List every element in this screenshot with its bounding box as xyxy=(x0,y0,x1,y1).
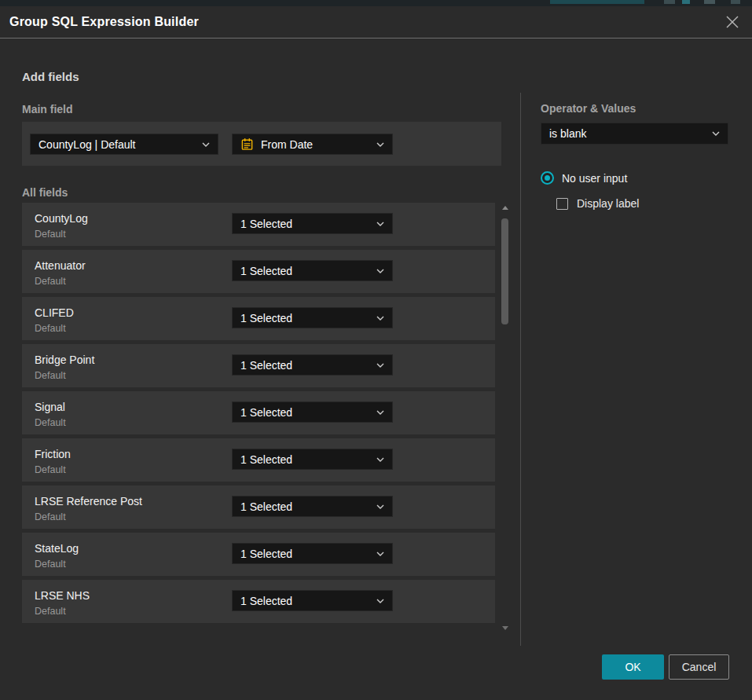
chevron-down-icon xyxy=(376,504,384,509)
chevron-down-icon xyxy=(202,142,210,147)
main-field-label: Main field xyxy=(22,103,73,115)
field-selection-select[interactable]: 1 Selected xyxy=(232,354,393,376)
field-row-lrse-reference-post[interactable]: LRSE Reference Post Default 1 Selected xyxy=(22,486,495,529)
chevron-down-icon xyxy=(376,222,384,226)
background-app-fragment xyxy=(731,0,740,4)
operator-values-heading: Operator & Values xyxy=(541,102,636,115)
field-row-clifed[interactable]: CLIFED Default 1 Selected xyxy=(22,297,495,340)
chevron-down-icon xyxy=(376,410,384,415)
field-subtitle: Default xyxy=(35,229,66,240)
chevron-down-icon xyxy=(712,131,720,136)
field-selection-value: 1 Selected xyxy=(240,595,372,607)
field-selection-select[interactable]: 1 Selected xyxy=(232,401,393,423)
field-selection-select[interactable]: 1 Selected xyxy=(232,213,393,234)
field-selection-select[interactable]: 1 Selected xyxy=(232,543,393,564)
field-name: Signal xyxy=(35,401,65,413)
field-subtitle: Default xyxy=(35,511,66,522)
field-selection-select[interactable]: 1 Selected xyxy=(232,496,393,517)
all-fields-label: All fields xyxy=(22,186,68,199)
field-row-bridge-point[interactable]: Bridge Point Default 1 Selected xyxy=(22,344,495,387)
dialog-title: Group SQL Expression Builder xyxy=(9,15,199,29)
chevron-down-icon xyxy=(376,457,384,462)
background-app-fragment xyxy=(550,0,644,4)
field-subtitle: Default xyxy=(35,370,66,381)
add-fields-heading: Add fields xyxy=(22,70,79,83)
field-row-statelog[interactable]: StateLog Default 1 Selected xyxy=(22,533,495,576)
no-user-input-label: No user input xyxy=(562,172,627,185)
radio-selected-icon xyxy=(541,171,554,185)
field-selection-select[interactable]: 1 Selected xyxy=(232,590,393,611)
field-selection-value: 1 Selected xyxy=(240,265,372,277)
field-name: Friction xyxy=(35,448,71,460)
chevron-down-icon xyxy=(376,142,384,147)
cancel-button[interactable]: Cancel xyxy=(669,654,729,680)
operator-select[interactable]: is blank xyxy=(541,123,728,145)
background-app-fragment xyxy=(664,0,675,4)
field-name: LRSE Reference Post xyxy=(35,495,142,508)
background-app-fragment xyxy=(704,0,715,4)
panel-divider xyxy=(520,93,521,646)
chevron-down-icon xyxy=(376,269,384,273)
field-name: StateLog xyxy=(35,542,79,555)
main-field-field-select[interactable]: From Date xyxy=(232,134,393,155)
checkbox-unchecked-icon xyxy=(556,198,568,210)
field-row-friction[interactable]: Friction Default 1 Selected xyxy=(22,438,495,482)
field-name: Attenuator xyxy=(35,259,86,272)
screen: Group SQL Expression Builder Add fields … xyxy=(0,0,752,700)
scrollbar-thumb[interactable] xyxy=(501,218,508,324)
main-field-panel: CountyLog | Default From Date xyxy=(22,122,501,166)
field-row-attenuator[interactable]: Attenuator Default 1 Selected xyxy=(22,250,495,293)
field-name: Bridge Point xyxy=(35,354,94,366)
field-selection-select[interactable]: 1 Selected xyxy=(232,307,393,328)
field-selection-value: 1 Selected xyxy=(240,453,372,466)
calendar-icon xyxy=(240,137,254,151)
field-row-countylog[interactable]: CountyLog Default 1 Selected xyxy=(22,203,495,246)
display-label-checkbox[interactable]: Display label xyxy=(556,197,639,210)
background-app-strip xyxy=(0,0,752,6)
field-selection-value: 1 Selected xyxy=(240,406,372,419)
no-user-input-radio[interactable]: No user input xyxy=(541,171,627,185)
field-subtitle: Default xyxy=(35,417,66,428)
main-field-field-select-value: From Date xyxy=(261,138,372,151)
close-icon[interactable] xyxy=(724,13,741,31)
display-label-label: Display label xyxy=(577,197,639,210)
field-subtitle: Default xyxy=(35,323,66,334)
field-selection-value: 1 Selected xyxy=(240,218,372,230)
group-sql-expression-builder-dialog: Group SQL Expression Builder Add fields … xyxy=(0,6,752,700)
field-row-lrse-nhs[interactable]: LRSE NHS Default 1 Selected xyxy=(22,580,495,623)
field-subtitle: Default xyxy=(35,276,66,287)
field-selection-value: 1 Selected xyxy=(240,500,372,513)
field-row-signal[interactable]: Signal Default 1 Selected xyxy=(22,391,495,434)
chevron-down-icon xyxy=(376,363,384,368)
field-name: CountyLog xyxy=(35,212,88,225)
chevron-down-icon xyxy=(376,552,384,556)
field-name: LRSE NHS xyxy=(35,589,90,602)
main-field-layer-select[interactable]: CountyLog | Default xyxy=(30,134,218,155)
ok-button[interactable]: OK xyxy=(602,654,664,680)
all-fields-list: CountyLog Default 1 Selected Attenuator … xyxy=(22,203,495,635)
scroll-down-icon[interactable] xyxy=(502,626,508,630)
dialog-titlebar: Group SQL Expression Builder xyxy=(0,6,752,38)
scroll-up-icon[interactable] xyxy=(502,206,508,210)
chevron-down-icon xyxy=(376,316,384,321)
field-subtitle: Default xyxy=(35,464,66,475)
field-selection-select[interactable]: 1 Selected xyxy=(232,260,393,281)
background-app-fragment xyxy=(682,0,690,4)
main-field-layer-select-value: CountyLog | Default xyxy=(39,138,197,151)
list-scrollbar[interactable] xyxy=(500,203,511,635)
field-name: CLIFED xyxy=(35,306,74,319)
field-selection-value: 1 Selected xyxy=(240,359,372,372)
field-selection-value: 1 Selected xyxy=(240,312,372,324)
operator-select-value: is blank xyxy=(549,127,707,140)
field-subtitle: Default xyxy=(35,559,66,570)
chevron-down-icon xyxy=(376,599,384,603)
field-selection-select[interactable]: 1 Selected xyxy=(232,449,393,470)
field-selection-value: 1 Selected xyxy=(240,548,372,560)
field-subtitle: Default xyxy=(35,606,66,617)
